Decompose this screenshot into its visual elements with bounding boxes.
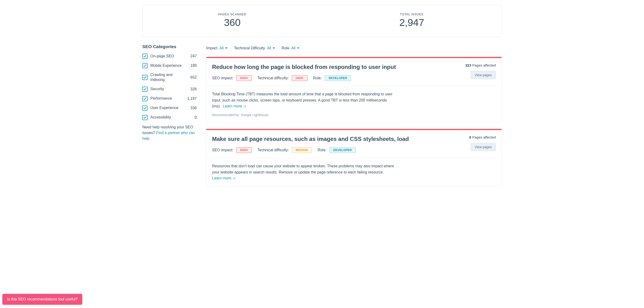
filter-impact: Impact All <box>206 46 228 50</box>
checkmark-icon <box>143 54 146 58</box>
category-count: 326 <box>187 87 197 91</box>
pages-affected: 8 Pages affected <box>469 135 496 139</box>
total-issues-label: TOTAL ISSUES <box>322 12 502 16</box>
filter-role-dropdown[interactable]: All <box>291 46 299 50</box>
seo-impact-label: SEO impact: <box>212 148 233 152</box>
category-count: 0 <box>187 115 197 120</box>
chevron-down-icon <box>225 47 228 49</box>
category-row: User Experience336 <box>142 106 197 111</box>
category-row: Security326 <box>142 87 197 92</box>
filter-role-value: All <box>291 46 296 50</box>
seo-impact-badge: HIGH <box>236 75 252 81</box>
learn-more-link[interactable]: Learn more <box>212 175 236 181</box>
filter-difficulty-value: All <box>267 46 271 50</box>
sidebar-help-text: Need help resolving your SEO issues? Fin… <box>142 124 197 141</box>
view-pages-button[interactable]: View pages <box>471 143 496 151</box>
filter-impact-label: Impact <box>206 46 218 50</box>
role-label: Role: <box>318 148 326 152</box>
total-issues-block: TOTAL ISSUES 2,947 <box>322 12 502 28</box>
category-row: Performance1,197 <box>142 96 197 101</box>
view-pages-button[interactable]: View pages <box>471 71 496 79</box>
learn-more-link[interactable]: Learn more <box>223 103 246 109</box>
filter-role-label: Role <box>282 46 289 50</box>
category-label: Crawling and Indexing <box>150 72 184 82</box>
checkmark-icon <box>143 106 146 110</box>
tech-difficulty-badge: HIGH <box>292 75 307 81</box>
summary-stats-card: PAGES SCANNED 360 TOTAL ISSUES 2,947 <box>142 5 502 37</box>
category-row: Accessibility0 <box>142 115 197 120</box>
tech-difficulty-badge: MEDIUM <box>292 147 312 153</box>
category-label: Mobile Experience <box>150 63 184 68</box>
filter-impact-dropdown[interactable]: All <box>220 46 228 50</box>
seo-impact-label: SEO impact: <box>212 76 233 80</box>
category-checkbox[interactable] <box>142 54 148 59</box>
pages-affected: 323 Pages affected <box>465 63 496 67</box>
badge-row: SEO impact:HIGHTechnical difficulty:MEDI… <box>212 147 464 153</box>
recommendation-title: Make sure all page resources, such as im… <box>212 135 464 143</box>
filter-role: Role All <box>282 46 299 50</box>
badge-row: SEO impact:HIGHTechnical difficulty:HIGH… <box>212 75 460 81</box>
pages-scanned-value: 360 <box>142 17 322 28</box>
chevron-down-icon <box>272 47 275 49</box>
recommendation-card: Make sure all page resources, such as im… <box>206 129 502 187</box>
filter-impact-value: All <box>220 46 224 50</box>
recommendation-card: Reduce how long the page is blocked from… <box>206 57 502 122</box>
category-count: 652 <box>187 75 197 80</box>
filter-difficulty: Technical Difficulty All <box>234 46 275 50</box>
total-issues-value: 2,947 <box>322 17 502 28</box>
recommended-by: Recommended by: Google Lighthouse <box>212 113 496 117</box>
recommendation-title: Reduce how long the page is blocked from… <box>212 63 460 71</box>
checkmark-icon <box>143 97 146 100</box>
category-label: Performance <box>150 96 184 101</box>
category-checkbox[interactable] <box>142 96 148 101</box>
category-checkbox[interactable] <box>142 87 148 92</box>
checkmark-icon <box>143 116 146 119</box>
external-link-icon <box>233 177 236 180</box>
recommendation-body: Resources that don't load can cause your… <box>206 158 502 186</box>
category-checkbox[interactable] <box>142 115 148 120</box>
tech-difficulty-label: Technical difficulty: <box>258 76 289 80</box>
seo-categories-sidebar: SEO Categories On-page SEO247Mobile Expe… <box>142 44 197 193</box>
category-checkbox[interactable] <box>142 63 148 68</box>
category-label: On-page SEO <box>150 54 184 59</box>
recommendation-description: Resources that don't load can cause your… <box>212 163 396 181</box>
pages-scanned-block: PAGES SCANNED 360 <box>142 12 322 28</box>
recommendation-header: Reduce how long the page is blocked from… <box>206 58 502 86</box>
role-badge: DEVELOPER <box>329 147 356 153</box>
category-count: 247 <box>187 54 197 58</box>
recommendation-body: Total Blocking Time (TBT) measures the t… <box>206 86 502 122</box>
role-label: Role: <box>313 76 322 80</box>
recommendations-main: Impact All Technical Difficulty All Role <box>206 44 502 193</box>
category-count: 1,197 <box>187 97 197 101</box>
sidebar-heading: SEO Categories <box>142 44 197 49</box>
role-badge: DEVELOPER <box>324 75 351 81</box>
category-checkbox[interactable] <box>142 106 148 111</box>
recommendation-description: Total Blocking Time (TBT) measures the t… <box>212 91 396 109</box>
category-label: Security <box>150 87 184 92</box>
checkmark-icon <box>143 88 146 91</box>
external-link-icon <box>243 105 246 108</box>
category-row: Crawling and Indexing652 <box>142 72 197 82</box>
category-row: On-page SEO247 <box>142 54 197 59</box>
seo-impact-badge: HIGH <box>236 147 252 153</box>
checkmark-icon <box>143 76 146 79</box>
tech-difficulty-label: Technical difficulty: <box>258 148 289 152</box>
category-row: Mobile Experience189 <box>142 63 197 68</box>
category-checkbox[interactable] <box>142 75 148 80</box>
category-count: 189 <box>187 63 197 68</box>
category-label: User Experience <box>150 106 184 111</box>
category-label: Accessibility <box>150 115 184 120</box>
category-count: 336 <box>187 106 197 110</box>
filter-bar: Impact All Technical Difficulty All Role <box>206 44 502 50</box>
filter-difficulty-label: Technical Difficulty <box>234 46 265 50</box>
recommendation-header: Make sure all page resources, such as im… <box>206 130 502 158</box>
filter-difficulty-dropdown[interactable]: All <box>267 46 275 50</box>
checkmark-icon <box>143 64 146 67</box>
chevron-down-icon <box>297 47 299 49</box>
pages-scanned-label: PAGES SCANNED <box>142 12 322 16</box>
